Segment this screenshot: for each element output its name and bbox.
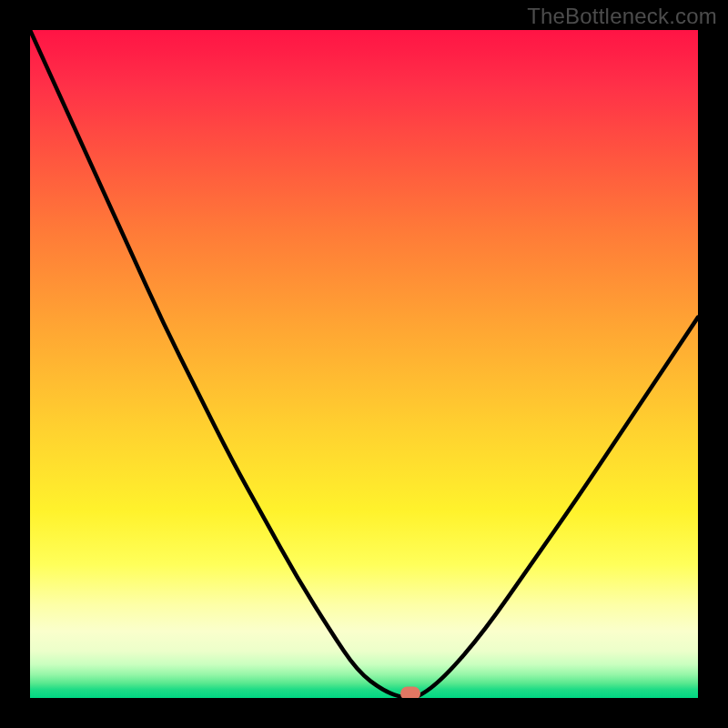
plot-area [30, 30, 698, 698]
bottleneck-curve [30, 30, 698, 698]
chart-frame: TheBottleneck.com [0, 0, 728, 728]
optimal-marker [400, 687, 420, 699]
watermark-text: TheBottleneck.com [527, 4, 717, 29]
